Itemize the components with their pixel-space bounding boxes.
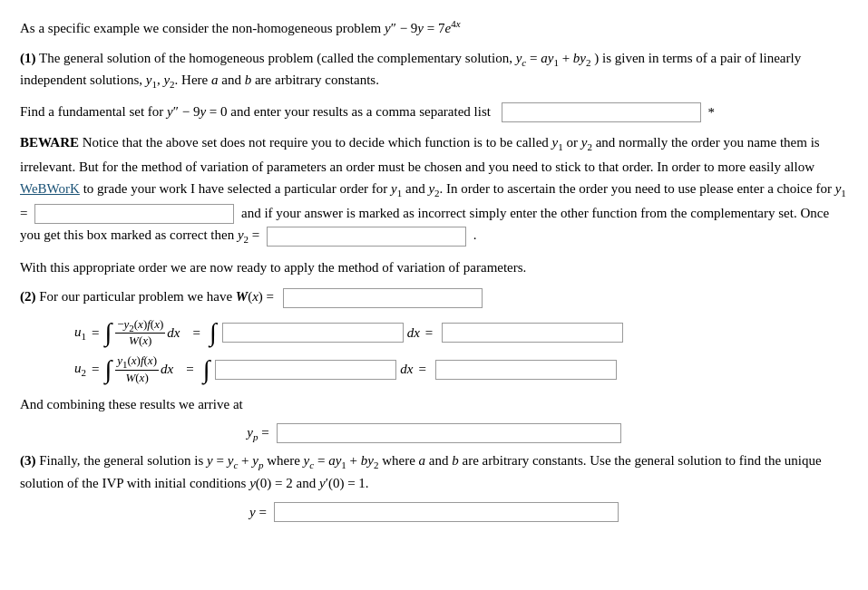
y-final-row: y = xyxy=(20,502,848,522)
u2-dx2: dx xyxy=(400,362,413,377)
y-final-input[interactable] xyxy=(274,502,619,522)
u1-fraction: −y2(x)f(x) W(x) xyxy=(115,317,165,349)
u1-integral-sym: ∫ xyxy=(104,320,112,345)
variation-intro-text: With this appropriate order we are now r… xyxy=(20,260,526,275)
u2-integral-row: u2 = ∫ y1(x)f(x) W(x) dx = ∫ dx = xyxy=(74,353,848,385)
beware-label: BEWARE xyxy=(20,135,79,150)
beware-period: . xyxy=(473,227,477,242)
u2-equals2: = xyxy=(186,362,193,377)
u2-integral-sym: ∫ xyxy=(104,357,112,382)
u2-equals: = xyxy=(92,362,99,377)
y2-choice-input[interactable] xyxy=(267,227,466,247)
u1-equals3: = xyxy=(425,325,433,341)
u2-result-input[interactable] xyxy=(435,360,617,380)
fundamental-prompt: Find a fundamental set for y″ − 9y = 0 a… xyxy=(20,104,491,119)
u1-result-input[interactable] xyxy=(442,323,623,343)
u2-equals3: = xyxy=(418,362,425,377)
u1-integral-row: u1 = ∫ −y2(x)f(x) W(x) dx = ∫ dx = xyxy=(74,317,848,349)
y1-choice-input[interactable] xyxy=(34,204,234,224)
yp-label: yp = xyxy=(247,425,268,442)
section2-text: For our particular problem we have W(x) … xyxy=(39,289,274,304)
variation-intro-block: With this appropriate order we are now r… xyxy=(20,257,848,278)
combining-block: And combining these results we arrive at xyxy=(20,394,848,415)
section3-label: (3) xyxy=(20,453,36,468)
intro-equation: y″ − 9y = 7e4x xyxy=(385,21,461,35)
u1-integrand-input[interactable] xyxy=(222,323,404,343)
u2-label: u2 xyxy=(74,361,86,378)
u1-integral-sym2: ∫ xyxy=(210,320,217,345)
intro-text: As a specific example we consider the no… xyxy=(20,21,385,35)
fundamental-set-block: Find a fundamental set for y″ − 9y = 0 a… xyxy=(20,102,848,123)
u2-integral-sym2: ∫ xyxy=(203,357,210,382)
yp-input[interactable] xyxy=(277,423,621,443)
section1-text: The general solution of the homogeneous … xyxy=(20,51,801,88)
section2-label: (2) xyxy=(20,289,36,304)
yp-row: yp = xyxy=(20,423,848,443)
u2-dx1: dx xyxy=(161,362,173,377)
beware-block: BEWARE Notice that the above set does no… xyxy=(20,131,848,247)
u1-equals: = xyxy=(92,325,99,341)
section1-block: (1) The general solution of the homogene… xyxy=(20,48,848,92)
u1-dx2: dx xyxy=(407,325,420,341)
section3-block: (3) Finally, the general solution is y =… xyxy=(20,450,848,493)
required-asterisk: * xyxy=(707,105,715,120)
u1-equals2: = xyxy=(193,325,200,341)
fundamental-set-input[interactable] xyxy=(502,102,701,122)
wronskian-input[interactable] xyxy=(283,288,483,308)
u1-dx1: dx xyxy=(167,325,180,341)
section1-label: (1) xyxy=(20,51,36,65)
u2-fraction: y1(x)f(x) W(x) xyxy=(115,353,159,385)
combining-text: And combining these results we arrive at xyxy=(20,397,243,411)
u1-label: u1 xyxy=(74,324,86,342)
intro-block: As a specific example we consider the no… xyxy=(20,16,848,39)
webwork-link[interactable]: WeBWorK xyxy=(20,181,80,196)
y-final-label: y = xyxy=(249,505,267,520)
u2-integrand-input[interactable] xyxy=(215,360,396,380)
section2-block: (2) For our particular problem we have W… xyxy=(20,286,848,308)
section3-text: Finally, the general solution is y = yc … xyxy=(20,453,822,490)
